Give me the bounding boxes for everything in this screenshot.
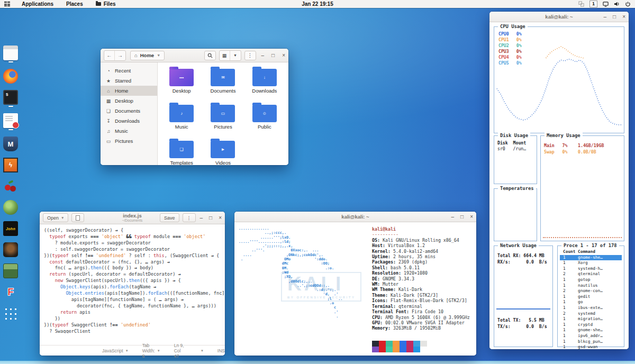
chevron-down-icon: ▼ xyxy=(201,349,204,352)
cpu-legend-row: CPU40% xyxy=(498,54,522,60)
dock-item-exploit-tool[interactable]: ϟ xyxy=(3,158,18,172)
dock-item-text-editor[interactable] xyxy=(3,113,18,130)
forward-button[interactable]: → xyxy=(115,51,125,60)
power-tray-icon[interactable] xyxy=(624,1,631,7)
sidebar-item-home[interactable]: ⌂Home xyxy=(101,86,157,96)
network-tx-rate: TX/s: 0.0 B/s xyxy=(497,324,547,329)
neofetch-info-row: OS: Kali GNU/Linux Rolling x86_64 xyxy=(372,238,470,243)
dock-item-firefox[interactable] xyxy=(3,69,18,84)
activities-grid-icon[interactable] xyxy=(4,2,10,6)
search-icon xyxy=(207,53,213,58)
memory-graph-line xyxy=(543,237,622,238)
folder-downloads[interactable]: ↓Downloads xyxy=(244,68,285,102)
goto-line-selector[interactable]: ▼ xyxy=(201,349,204,352)
menu-button[interactable]: ⋮ xyxy=(244,51,256,60)
close-button[interactable]: × xyxy=(282,53,285,58)
folder-public[interactable]: ☺Public xyxy=(244,104,285,138)
disk-usage-box: Disk Usage Disk Mountsr0 /run… xyxy=(494,135,537,184)
code-line: fnc( … args).then(({ body }) ⇒ body) xyxy=(44,265,225,271)
minimize-button[interactable]: – xyxy=(261,53,265,58)
sidebar-item-desktop[interactable]: ▦Desktop xyxy=(101,96,157,106)
grid-view-button[interactable]: ▦ xyxy=(220,51,230,60)
path-bar-button[interactable]: ⌂ Home ▼ xyxy=(130,51,165,60)
close-button[interactable]: × xyxy=(470,214,473,220)
folder-videos[interactable]: ►Videos xyxy=(202,140,243,165)
sidebar-item-pictures[interactable]: ▭Pictures xyxy=(101,136,157,146)
cpu-usage-box: CPU Usage CPU00%CPU10%CPU20%CPU30%CPU40%… xyxy=(494,26,624,133)
palette-block xyxy=(400,347,406,352)
dock-item-john[interactable]: John xyxy=(3,221,18,236)
sidebar-item-documents[interactable]: ❏Documents xyxy=(101,106,157,116)
cherrytree-icon xyxy=(3,179,18,194)
sidebar-item-music[interactable]: ♫Music xyxy=(101,126,157,136)
close-button[interactable]: × xyxy=(622,14,625,20)
code-line: ? SwaggerClient xyxy=(44,329,225,334)
dock-item-zenmap[interactable] xyxy=(3,200,18,215)
panel-menu-applications[interactable]: Applications xyxy=(15,0,60,8)
save-button-label: Save xyxy=(164,215,175,221)
tab-width-selector[interactable]: Tab Width: 8▼ xyxy=(142,343,160,359)
sidebar-item-downloads[interactable]: ↧Downloads xyxy=(101,116,157,126)
folder-label: Desktop xyxy=(161,88,202,94)
folder-pictures[interactable]: ▭Pictures xyxy=(202,104,243,138)
workspace-indicator[interactable]: 1 xyxy=(589,1,597,7)
language-selector[interactable]: JavaScript▼ xyxy=(102,348,129,353)
folder-label: Videos xyxy=(202,160,243,165)
editor-titlebar[interactable]: Open ▼ index.js ~/Documents Save ⋮ – □ × xyxy=(40,212,225,224)
file-manager-titlebar[interactable]: ← → ⌂ Home ▼ ▦ ▼ ⋮ – □ × xyxy=(101,49,288,62)
panel-menu-files[interactable]: Files xyxy=(89,0,122,8)
terminal-titlebar[interactable]: kali@kali: ~ – □ × xyxy=(234,212,476,222)
code-editor-area[interactable]: ((self, swaggerDecorator) ⇒ { typeof exp… xyxy=(40,224,225,333)
dock-item-cherrytree[interactable] xyxy=(3,179,18,194)
maximize-button[interactable]: □ xyxy=(613,14,616,20)
search-button[interactable] xyxy=(204,51,216,60)
neofetch-info-row: Icons: Flat-Remix-Blue-Dark [GTK2/3] xyxy=(372,298,470,303)
volume-tray-icon[interactable] xyxy=(613,1,620,7)
folder-templates[interactable]: ❏Templates xyxy=(161,140,202,165)
minimize-button[interactable]: – xyxy=(200,215,203,221)
display-tray-icon[interactable] xyxy=(602,1,609,7)
folder-desktop[interactable]: •••Desktop xyxy=(161,68,202,102)
dock-item-file-manager[interactable] xyxy=(3,46,18,62)
monitor-titlebar[interactable]: kali@kali: ~ – □ × xyxy=(489,12,629,22)
maximize-button[interactable]: □ xyxy=(460,214,464,220)
dock-item-armitage[interactable] xyxy=(3,263,18,278)
folder-label: Downloads xyxy=(244,88,285,94)
folder-music[interactable]: ♪Music xyxy=(161,104,202,138)
back-button[interactable]: ← xyxy=(104,51,115,60)
chevron-down-icon: ▼ xyxy=(157,53,160,57)
network-tray-icon[interactable] xyxy=(578,1,585,7)
dock-item-terminal[interactable]: $ xyxy=(3,90,18,107)
minimize-button[interactable]: – xyxy=(451,214,455,220)
sidebar-item-starred[interactable]: ★Starred xyxy=(101,76,157,86)
menu-button[interactable]: ⋮ xyxy=(183,213,196,222)
folder-documents[interactable]: ✉Documents xyxy=(202,68,243,102)
terminal-screen[interactable]: KALI BY OFFENSIVE SECURITY .............… xyxy=(234,222,476,356)
process-row: 1ipv6_addr… xyxy=(560,333,622,339)
home-icon: ⌂ xyxy=(134,52,138,58)
view-options-button[interactable]: ▼ xyxy=(230,51,241,60)
new-document-button[interactable] xyxy=(71,213,84,222)
dock-item-dsniff[interactable] xyxy=(3,242,18,257)
network-tx-total: Total TX: 5.5 MB xyxy=(497,317,545,323)
dock-item-faraday[interactable]: F xyxy=(3,285,18,299)
palette-block xyxy=(372,347,379,352)
save-button[interactable]: Save xyxy=(160,213,179,222)
pictures-icon: ▭ xyxy=(106,139,111,144)
minimize-button[interactable]: – xyxy=(604,14,607,20)
show-applications-icon xyxy=(3,306,18,321)
palette-block xyxy=(372,341,379,347)
process-row: 2qterminal xyxy=(560,271,622,277)
panel-menu-places[interactable]: Places xyxy=(60,0,89,8)
documents-icon: ❏ xyxy=(106,108,111,114)
neofetch-info-row: Theme: Kali-Dark [GTK2/3] xyxy=(372,293,470,298)
maximize-button[interactable]: □ xyxy=(209,215,212,221)
dock-item-metasploit[interactable]: M xyxy=(3,136,18,151)
sidebar-item-recent[interactable]: ◔Recent xyxy=(101,66,157,76)
open-button[interactable]: Open ▼ xyxy=(43,213,68,222)
code-line: apis[tagName][functionName] = ( … args) … xyxy=(44,297,225,303)
close-button[interactable]: × xyxy=(219,215,222,221)
maximize-button[interactable]: □ xyxy=(271,53,275,58)
sidebar-item-label: Home xyxy=(115,88,128,94)
dock-item-show-applications[interactable] xyxy=(3,306,18,321)
